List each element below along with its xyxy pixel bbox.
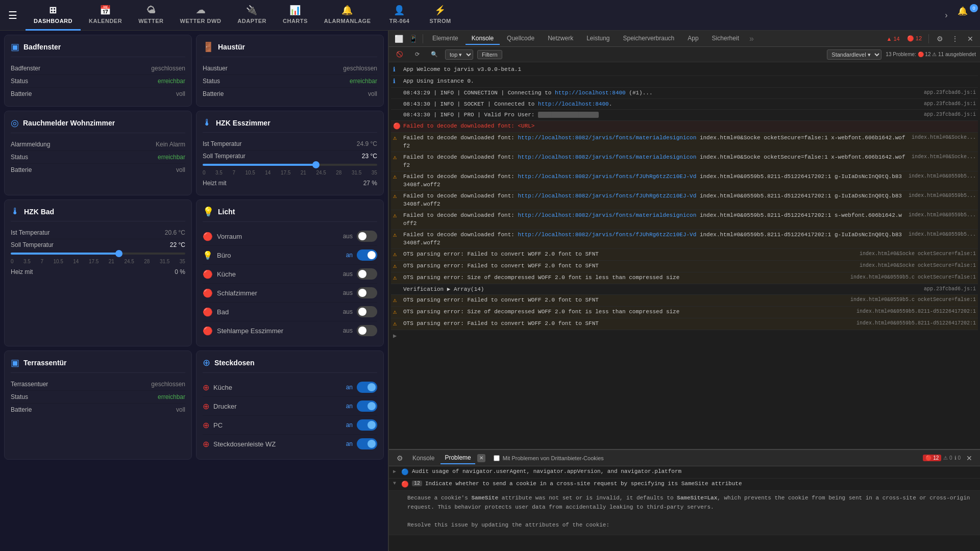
devtools-error-count-a: ▲ 14 xyxy=(884,35,902,43)
console-line: ℹ App Using instance 0. xyxy=(391,76,978,88)
rauchmelder-row-2: Status erreichbar xyxy=(11,151,185,164)
devtools-filter-toggle[interactable]: 🔍 xyxy=(428,48,441,61)
console-line: ⚠ Failed to decode downloaded font: http… xyxy=(391,133,978,152)
devtools-responsive-btn[interactable]: 📱 xyxy=(406,32,420,45)
warn-icon: ⚠ xyxy=(393,153,401,162)
card-terrasstur: ▣ Terrassentür Terrassentuer geschlossen… xyxy=(4,350,192,460)
nav-tr064[interactable]: 👤 TR-064 xyxy=(379,0,420,31)
tr064-icon: 👤 xyxy=(394,5,405,16)
terrasstur-row-1: Terrassentuer geschlossen xyxy=(11,378,185,391)
haustur-row-2: Status erreichbar xyxy=(203,75,377,88)
problems-tab-konsole[interactable]: Konsole xyxy=(408,453,438,464)
problems-tab-close[interactable]: ✕ xyxy=(477,454,485,462)
nav-more-button[interactable]: › xyxy=(937,6,955,24)
problems-content: ▶ 🔵 Audit usage of navigator.userAgent, … xyxy=(389,466,980,551)
problem-expand-icon[interactable]: ▶ xyxy=(393,468,398,474)
nav-dashboard[interactable]: ⊞ DASHBOARD xyxy=(26,0,81,31)
adapter-icon: 🔌 xyxy=(246,5,258,16)
devtools-close-btn[interactable]: ✕ xyxy=(964,32,977,45)
console-line: ⚠ Failed to decode downloaded font: http… xyxy=(391,152,978,171)
devtools-clear-btn[interactable]: 🚫 xyxy=(393,48,406,61)
card-haustur: 🚪 Haustür Haustuer geschlossen Status er… xyxy=(196,35,384,107)
menu-button[interactable]: ☰ xyxy=(0,0,26,31)
console-line: ⚠ Failed to decode downloaded font: http… xyxy=(391,210,978,230)
nav-wetter[interactable]: 🌤 WETTER xyxy=(130,0,172,31)
schlafzimmer-toggle[interactable] xyxy=(357,287,377,298)
console-line: ⚠ OTS parsing error: Failed to convert W… xyxy=(391,249,978,261)
devtools-tab-konsole[interactable]: Konsole xyxy=(465,33,500,45)
devtools-log-btn[interactable]: ⟳ xyxy=(410,48,424,61)
nav-adapter[interactable]: 🔌 ADAPTER xyxy=(229,0,275,31)
devtools-level-select[interactable]: top ▾ xyxy=(445,49,473,60)
bad-toggle[interactable] xyxy=(357,306,377,317)
problem-warn-icon: 🔵 xyxy=(401,468,409,476)
devtools-tab-quellcode[interactable]: Quellcode xyxy=(501,33,541,45)
warn-icon: ⚠ xyxy=(393,308,401,317)
devtools-error-count-b: 🔴 12 xyxy=(904,34,924,43)
warn-icon: ⚠ xyxy=(393,250,401,259)
hzk-esszimmer-icon: 🌡 xyxy=(203,117,212,128)
devtools-standard-level[interactable]: Standardlevel ▾ xyxy=(827,49,881,60)
stehlampe-toggle[interactable] xyxy=(357,325,377,336)
devtools-tab-app[interactable]: App xyxy=(681,33,704,45)
devtools-inspect-btn[interactable]: ⬜ xyxy=(392,32,405,45)
kuche-toggle[interactable] xyxy=(357,268,377,280)
card-hzk-bad-header: 🌡 HZK Bad xyxy=(11,206,185,221)
console-cursor[interactable]: ▶ xyxy=(391,330,978,342)
buro-toggle[interactable] xyxy=(357,249,377,261)
card-badfenster-header: ▣ Badfenster xyxy=(11,41,185,57)
kuche-light-icon: 🔴 xyxy=(203,269,213,279)
hzk-esszimmer-slider-ticks: 03.5710.51417.52124.52831.535 xyxy=(203,170,377,176)
console-output[interactable]: ℹ App Welcome to jarvis v3.0.0-beta.1 ℹ … xyxy=(389,62,980,449)
problems-warn-badge: ⚠ 0 xyxy=(943,455,952,461)
steckdose-drucker-toggle[interactable] xyxy=(357,400,377,412)
warn-icon: ⚠ xyxy=(393,319,401,329)
nav-strom[interactable]: ⚡ STROM xyxy=(420,0,461,31)
main-layout: ▣ Badfenster Badfenster geschlossen Stat… xyxy=(0,31,980,551)
notification-button[interactable]: 🔔 0 xyxy=(958,6,976,24)
licht-buro-row: 💡 Büro an xyxy=(203,246,377,265)
devtools-tab-leistung[interactable]: Leistung xyxy=(580,33,616,45)
steckdose-kuche-icon: ⊕ xyxy=(203,383,209,392)
nav-alarmanlage[interactable]: 🔔 ALARMANLAGE xyxy=(316,0,379,31)
steckdose-kuche-toggle[interactable] xyxy=(357,382,377,393)
nav-wetter-dwd[interactable]: ☁ WETTER DWD xyxy=(172,0,230,31)
problem-item-2[interactable]: ▼ 🔴 12 Indicate whether to send a cookie… xyxy=(389,479,980,491)
devtools-more-btn[interactable]: ⋮ xyxy=(948,32,962,45)
schlafzimmer-light-icon: 🔴 xyxy=(203,288,213,298)
hzk-bad-slider-track[interactable] xyxy=(11,253,185,255)
buro-light-icon: 💡 xyxy=(203,251,213,260)
problems-close-btn[interactable]: ✕ xyxy=(963,452,976,465)
console-line: ⚠ Failed to decode downloaded font: http… xyxy=(391,230,978,249)
nav-kalender[interactable]: 📅 KALENDER xyxy=(81,0,130,31)
problems-count-badges: 🔴 12 ⚠ 0 ℹ 0 xyxy=(923,455,961,461)
devtools-tab-speicher[interactable]: Speicherverbrauch xyxy=(617,33,681,45)
devtools-tab-sicherheit[interactable]: Sicherheit xyxy=(706,33,745,45)
warn-icon: ⚠ xyxy=(393,211,401,220)
steckdose-leiste-toggle[interactable] xyxy=(357,438,377,449)
console-line: 08:43:30 | INFO | PRO | Valid Pro User: … xyxy=(391,110,978,121)
licht-bad-row: 🔴 Bad aus xyxy=(203,303,377,321)
nav-charts[interactable]: 📊 CHARTS xyxy=(275,0,316,31)
hzk-bad-soll-row: Soll Temperatur 22 °C xyxy=(11,241,185,248)
problem-item-1[interactable]: ▶ 🔵 Audit usage of navigator.userAgent, … xyxy=(389,466,980,479)
problems-settings-btn[interactable]: ⚙ xyxy=(393,452,406,465)
devtools-settings-btn[interactable]: ⚙ xyxy=(933,32,946,45)
devtools-tab-elemente[interactable]: Elemente xyxy=(426,33,464,45)
info-icon: ℹ xyxy=(393,65,401,74)
devtools-filter-btn[interactable]: Filtern xyxy=(477,50,502,59)
kalender-icon: 📅 xyxy=(100,5,111,16)
problem-expand-2-icon[interactable]: ▼ xyxy=(393,481,398,486)
devtools-tab-more[interactable]: » xyxy=(746,32,757,45)
steckdose-leiste-icon: ⊕ xyxy=(203,439,209,449)
console-line: Verification ▶ Array(14) app.23fcbad6.js… xyxy=(391,284,978,295)
hzk-esszimmer-slider-track[interactable] xyxy=(203,164,377,166)
third-party-filter-checkbox[interactable] xyxy=(494,455,500,461)
vorraum-toggle[interactable] xyxy=(357,231,377,242)
steckdosen-icon: ⊕ xyxy=(203,357,210,368)
steckdose-pc-toggle[interactable] xyxy=(357,419,377,431)
problems-tab-probleme[interactable]: Probleme xyxy=(440,452,475,464)
hzk-esszimmer-ist: Ist Temperatur 24.9 °C xyxy=(203,138,377,151)
devtools-tab-netzwerk[interactable]: Netzwerk xyxy=(542,33,579,45)
top-navigation: ☰ ⊞ DASHBOARD 📅 KALENDER 🌤 WETTER ☁ WETT… xyxy=(0,0,980,31)
